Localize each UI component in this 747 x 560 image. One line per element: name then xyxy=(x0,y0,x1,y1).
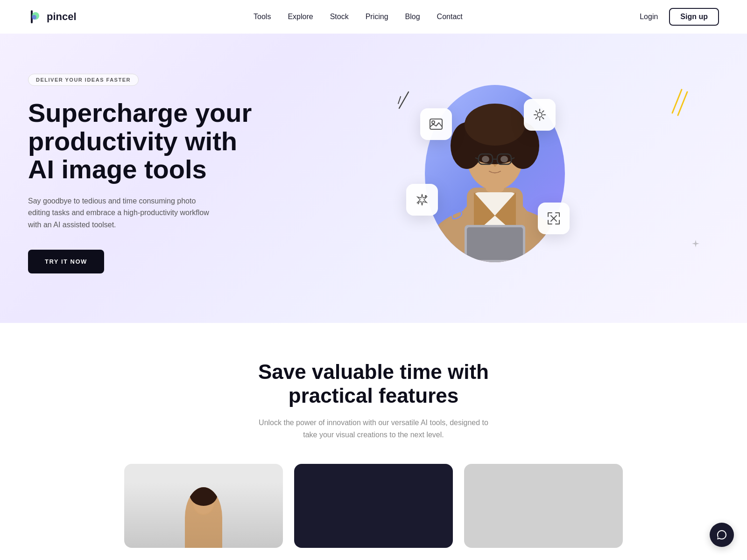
try-now-button[interactable]: TRY IT NOW xyxy=(28,250,104,273)
deco-lines-icon xyxy=(668,85,691,118)
feature-card-2 xyxy=(294,464,453,548)
expand-tool-icon xyxy=(546,211,561,226)
svg-point-12 xyxy=(465,104,525,146)
svg-point-19 xyxy=(500,156,508,162)
hero-content: DELIVER YOUR IDEAS FASTER Supercharge yo… xyxy=(28,74,271,273)
deco-sparkle-icon xyxy=(691,239,700,248)
svg-point-23 xyxy=(432,121,435,124)
hero-subtitle: Say goodbye to tedious and time consumin… xyxy=(28,195,215,231)
hero-section: DELIVER YOUR IDEAS FASTER Supercharge yo… xyxy=(0,34,747,323)
deco-swirl-icon xyxy=(444,202,467,220)
image-tool-icon xyxy=(429,117,444,132)
chat-widget-button[interactable] xyxy=(710,523,734,547)
brand-name: pincel xyxy=(47,11,77,23)
svg-rect-21 xyxy=(467,227,523,260)
svg-point-1 xyxy=(32,15,36,20)
nav-stock[interactable]: Stock xyxy=(330,13,349,21)
hero-badge: DELIVER YOUR IDEAS FASTER xyxy=(28,74,139,86)
features-title: Save valuable time with practical featur… xyxy=(233,360,514,407)
gear-tool-icon xyxy=(532,107,547,122)
login-button[interactable]: Login xyxy=(640,13,658,21)
svg-point-18 xyxy=(482,156,489,162)
feature-card-1 xyxy=(124,464,283,548)
tool-card-sparkle xyxy=(406,184,438,216)
svg-line-29 xyxy=(399,92,409,108)
nav-pricing[interactable]: Pricing xyxy=(366,13,388,21)
tool-card-settings xyxy=(524,99,556,131)
hero-illustration xyxy=(271,66,719,281)
nav-explore[interactable]: Explore xyxy=(288,13,313,21)
hero-title: Supercharge your productivity with AI im… xyxy=(28,99,271,183)
nav-blog[interactable]: Blog xyxy=(405,13,420,21)
navigation: pincel Tools Explore Stock Pricing Blog … xyxy=(0,0,747,34)
logo[interactable]: pincel xyxy=(28,9,77,24)
sparkle-tool-icon xyxy=(415,192,430,207)
chat-icon xyxy=(716,529,727,540)
signup-button[interactable]: Sign up xyxy=(669,8,719,26)
feature-card-3 xyxy=(464,464,623,548)
nav-contact[interactable]: Contact xyxy=(437,13,463,21)
nav-links: Tools Explore Stock Pricing Blog Contact xyxy=(254,13,463,21)
svg-point-24 xyxy=(537,112,542,117)
tool-card-expand xyxy=(538,203,570,234)
svg-point-26 xyxy=(418,203,419,204)
nav-tools[interactable]: Tools xyxy=(254,13,271,21)
svg-point-25 xyxy=(425,195,427,197)
feature-cards xyxy=(28,464,719,548)
features-subtitle: Unlock the power of innovation with our … xyxy=(257,417,490,441)
nav-actions: Login Sign up xyxy=(640,8,719,26)
features-section: Save valuable time with practical featur… xyxy=(0,323,747,560)
svg-line-30 xyxy=(398,97,401,104)
tool-card-image xyxy=(420,108,452,140)
deco-dots-icon xyxy=(397,90,411,113)
